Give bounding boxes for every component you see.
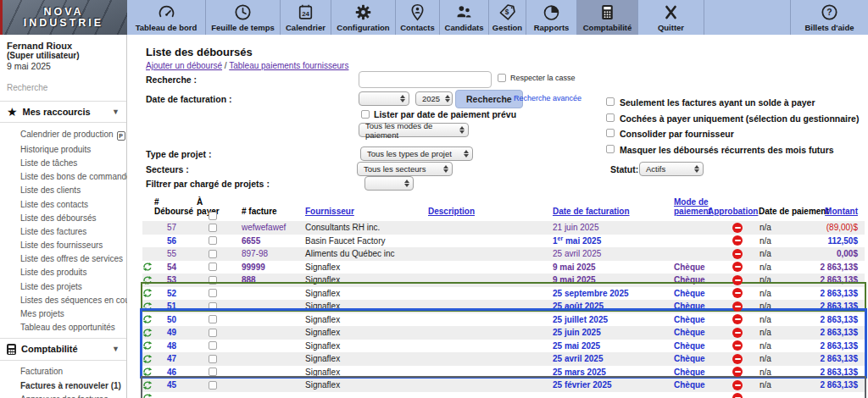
search-button[interactable]: Recherche (455, 90, 523, 108)
mode-paiement-link[interactable]: Chèque (674, 289, 721, 298)
montant-link[interactable]: 2 863,13$ (810, 354, 865, 363)
tab-rapports[interactable]: Rapports (526, 0, 576, 35)
deny-icon[interactable] (732, 301, 743, 312)
header-date-facturation-sort[interactable]: Date de facturation (553, 207, 674, 216)
row-checkbox[interactable] (209, 329, 217, 337)
sidebar-item[interactable]: Historique produits (0, 142, 126, 156)
debourse-number-link[interactable]: 56 (154, 236, 197, 246)
date-facturation-link[interactable]: 9 mai 2025 (553, 275, 674, 285)
mode-paiement-link[interactable]: Chèque (674, 275, 721, 285)
project-type-select[interactable]: Tous les types de projet (360, 146, 473, 161)
deny-icon[interactable] (732, 249, 743, 259)
mode-paiement-link[interactable]: Chèque (674, 368, 721, 377)
row-checkbox[interactable] (209, 355, 217, 363)
header-approbation-sort[interactable]: Approbation (721, 207, 754, 216)
montant-link[interactable]: 2 863,13$ (810, 263, 865, 272)
row-checkbox[interactable] (209, 224, 217, 232)
deny-icon[interactable] (732, 223, 743, 233)
add-debourse-link[interactable]: Ajouter un déboursé (146, 61, 222, 70)
deny-icon[interactable] (732, 380, 743, 390)
deny-icon[interactable] (732, 235, 743, 246)
montant-link[interactable]: 2 863,13$ (810, 368, 865, 377)
debourse-number-link[interactable]: 48 (154, 341, 197, 351)
montant-link[interactable]: 2 863,13$ (810, 328, 865, 337)
sidebar-item[interactable]: Liste des bons de commande (0, 170, 126, 184)
row-checkbox[interactable] (209, 263, 217, 271)
date-facturation-link[interactable]: 21 juin 2025 (553, 223, 674, 232)
sidebar-item[interactable]: Factures à renouveler (1) (0, 379, 126, 392)
filter-checkbox[interactable] (606, 97, 615, 106)
date-facturation-link[interactable]: 25 septembre 2025 (553, 289, 674, 298)
facture-link[interactable]: 888 (242, 275, 305, 285)
tab-tableau-de-bord[interactable]: Tableau de bord (127, 0, 205, 35)
date-facturation-link[interactable]: 25 juillet 2025 (553, 315, 674, 324)
date-facturation-link[interactable]: 9 mai 2025 (553, 263, 674, 272)
select-all-checkbox[interactable] (209, 212, 217, 220)
tab-configuration[interactable]: Configuration (331, 0, 395, 35)
sidebar-item[interactable]: Liste des factures (0, 224, 126, 238)
date-facturation-link[interactable]: 25 mai 2025 (553, 341, 674, 351)
mode-paiement-link[interactable]: Chèque (674, 315, 721, 324)
montant-link[interactable]: 2 863,13$ (810, 275, 865, 285)
sidebar-item[interactable]: Listes des séquences en cours (0, 293, 126, 307)
debourse-number-link[interactable]: 57 (154, 223, 197, 232)
deny-icon[interactable] (732, 340, 743, 351)
montant-link[interactable]: 2 863,13$ (810, 315, 865, 324)
tab-feuille-de-temps[interactable]: Feuille de temps (205, 0, 280, 35)
montant-link[interactable]: 2 863,13$ (810, 380, 865, 390)
tab-quitter[interactable]: Quitter (637, 0, 704, 35)
debourse-number-link[interactable]: 50 (154, 315, 197, 324)
deny-icon[interactable] (732, 328, 743, 338)
filter-checkbox[interactable] (606, 113, 615, 122)
date-facturation-link[interactable]: 25 février 2025 (553, 380, 674, 390)
list-by-payment-date-checkbox[interactable] (361, 110, 370, 119)
sidebar-item[interactable]: Liste des déboursés (0, 211, 126, 224)
row-checkbox[interactable] (209, 368, 217, 376)
mode-paiement-link[interactable]: Chèque (674, 301, 721, 311)
header-description-sort[interactable]: Description (428, 207, 553, 216)
deny-icon[interactable] (732, 275, 743, 285)
project-manager-select[interactable] (364, 176, 414, 191)
row-checkbox[interactable] (209, 289, 217, 297)
tab-contacts[interactable]: Contacts (395, 0, 439, 35)
sidebar-search-input[interactable]: Recherche (0, 71, 126, 101)
header-fournisseur-sort[interactable]: Fournisseur (305, 207, 428, 216)
filter-checkbox[interactable] (606, 129, 615, 137)
mode-paiement-link[interactable]: Chèque (674, 341, 721, 351)
mode-paiement-link[interactable]: Chèque (674, 380, 721, 390)
tab-candidats[interactable]: Candidats (439, 0, 488, 35)
year-select[interactable]: 2025 (415, 91, 453, 106)
advanced-search-link[interactable]: Recherche avancée (514, 94, 581, 102)
sidebar-item[interactable]: Facturation (0, 365, 126, 379)
month-select[interactable] (359, 91, 409, 106)
debourse-number-link[interactable]: 53 (154, 275, 197, 285)
row-checkbox[interactable] (209, 236, 217, 245)
tab-comptabilite[interactable]: Comptabilité (576, 0, 637, 35)
debourse-number-link[interactable]: 54 (154, 263, 197, 272)
payment-mode-select[interactable]: Tous les modes de paiement (359, 123, 469, 137)
sidebar-item[interactable]: Calendrier de productionP (0, 127, 126, 142)
status-select[interactable]: Actifs (639, 162, 704, 176)
mode-paiement-link[interactable]: Chèque (674, 263, 721, 272)
montant-link[interactable]: 2 863,13$ (810, 289, 865, 298)
deny-icon[interactable] (732, 354, 743, 364)
sidebar-item[interactable]: Liste des clients (0, 184, 126, 197)
shortcuts-section-header[interactable]: ★ Mes raccourcis ▼ (0, 101, 126, 123)
tab-billets-aide[interactable]: ? Billets d'aide (790, 0, 868, 35)
date-facturation-link[interactable]: 25 août 2025 (553, 301, 674, 311)
date-facturation-link[interactable]: 25 juin 2025 (553, 328, 674, 337)
debourse-number-link[interactable]: 55 (154, 249, 197, 258)
tab-calendrier[interactable]: 24 Calendrier (280, 0, 331, 35)
mode-paiement-link[interactable]: Chèque (674, 328, 721, 337)
case-sensitive-checkbox[interactable] (498, 74, 506, 82)
montant-link[interactable]: 2 863,13$ (810, 341, 865, 351)
debourse-number-link[interactable]: 45 (154, 380, 197, 390)
sectors-select[interactable]: Tous les secteurs (357, 162, 453, 176)
sidebar-item[interactable]: Liste de tâches (0, 156, 126, 169)
facture-link[interactable]: 99999 (242, 263, 305, 272)
debourse-number-link[interactable]: 47 (154, 354, 197, 363)
row-checkbox[interactable] (209, 341, 217, 350)
facture-link[interactable]: 897-98 (242, 249, 305, 258)
sidebar-item[interactable]: Liste des fournisseurs (0, 239, 126, 252)
deny-icon[interactable] (732, 314, 743, 324)
